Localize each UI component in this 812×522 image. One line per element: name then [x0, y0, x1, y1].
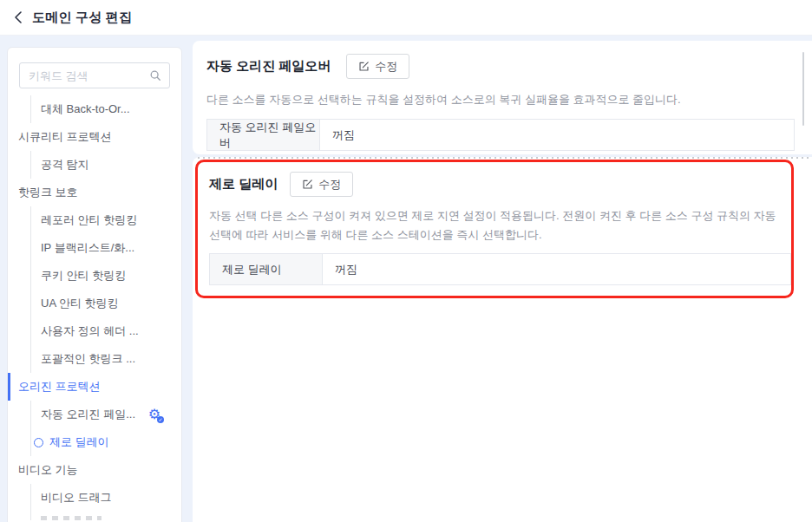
sidebar: 대체 Back-to-Or...시큐리티 프로텍션공격 탐지핫링크 보호레포러 … [7, 47, 182, 522]
page-title: 도메인 구성 편집 [32, 10, 132, 26]
sidebar-item-label: 대체 Back-to-Or... [41, 101, 130, 117]
keyword-search-box[interactable] [19, 62, 170, 88]
sidebar-item-label: 자동 오리진 페일... [41, 407, 135, 422]
sidebar-item-label: 공격 탐지 [41, 157, 89, 173]
back-chevron-icon [14, 11, 23, 23]
section-title: 제로 딜레이 [209, 176, 278, 192]
sidebar-item[interactable]: IP 블랙리스트/화... [30, 234, 181, 262]
highlight-box: 제로 딜레이 수정 자동 선택 다른 소스 구성이 켜져 있으면 제로 지연 설… [195, 160, 794, 298]
section-zero-delay-card: 제로 딜레이 수정 자동 선택 다른 소스 구성이 켜져 있으면 제로 지연 설… [193, 157, 812, 522]
config-key: 자동 오리진 페일오버 [207, 120, 320, 150]
sidebar-item[interactable]: 오리진 프로텍션 [8, 373, 181, 401]
gear-check-icon: ⚙✓ [148, 408, 160, 421]
sidebar-item-label: 포괄적인 핫링크 ... [41, 351, 135, 367]
sidebar-item-label: IP 블랙리스트/화... [41, 240, 134, 256]
config-table: 자동 오리진 페일오버 꺼짐 [206, 119, 795, 151]
sidebar-item[interactable]: 시큐리티 프로텍션 [8, 123, 181, 151]
search-icon[interactable] [149, 69, 161, 82]
sidebar-item[interactable]: 제로 딜레이 [30, 428, 181, 456]
sidebar-item-label: 비디오 드래그 [41, 490, 112, 506]
sidebar-item[interactable]: UA 안티 핫링킹 [30, 290, 181, 317]
section-description: 자동 선택 다른 소스 구성이 켜져 있으면 제로 지연 설정이 적용됩니다. … [209, 206, 777, 245]
sidebar-item[interactable]: 자동 오리진 페일...⚙✓ [30, 401, 181, 428]
sidebar-item-label: 시큐리티 프로텍션 [18, 129, 112, 145]
sidebar-item-label: 제로 딜레이 [49, 434, 109, 450]
sidebar-item[interactable]: 비디오 드래그 [30, 484, 181, 512]
config-table: 제로 딜레이 꺼짐 [209, 253, 791, 285]
edit-icon [302, 179, 313, 190]
search-input[interactable] [29, 69, 149, 82]
section-title-row: 제로 딜레이 수정 [209, 172, 791, 197]
sidebar-item[interactable]: 레포러 안티 핫링킹 [30, 206, 181, 234]
sidebar-item[interactable]: 비디오 기능 [8, 456, 181, 484]
sidebar-item[interactable]: 사용자 정의 헤더 ... [30, 317, 181, 345]
sidebar-item-label: 레포러 안티 핫링킹 [41, 212, 137, 228]
sidebar-item-label: 사용자 정의 헤더 ... [41, 323, 139, 339]
sidebar-item-label: UA 안티 핫링킹 [41, 296, 119, 311]
clipped-text-fragment [41, 516, 102, 520]
topbar: 도메인 구성 편집 [0, 0, 812, 36]
section-description: 다른 소스를 자동으로 선택하는 규칙을 설정하여 소스로의 복귀 실패율을 효… [206, 90, 795, 108]
sidebar-item-label: 쿠키 안티 핫링킹 [41, 268, 126, 284]
domain-config-screen: 도메인 구성 편집 대체 Back-to-Or...시큐리티 프로텍션공격 탐지… [0, 0, 812, 522]
sidebar-item[interactable]: 대체 Back-to-Or... [30, 95, 181, 123]
sidebar-item[interactable]: 쿠키 안티 핫링킹 [30, 262, 181, 290]
sidebar-item-label: 오리진 프로텍션 [18, 379, 101, 395]
edit-button-label: 수정 [375, 59, 397, 75]
sidebar-item[interactable]: 핫링크 보호 [8, 179, 181, 206]
sidebar-menu: 대체 Back-to-Or...시큐리티 프로텍션공격 탐지핫링크 보호레포러 … [8, 95, 181, 520]
edit-icon [358, 61, 370, 72]
section-title: 자동 오리진 페일오버 [206, 58, 331, 75]
config-value: 꺼짐 [320, 120, 794, 150]
check-badge-icon: ✓ [157, 416, 164, 423]
section-title-row: 자동 오리진 페일오버 수정 [206, 54, 812, 79]
sidebar-item[interactable]: 공격 탐지 [30, 151, 181, 179]
config-key: 제로 딜레이 [210, 254, 323, 284]
sidebar-item-label: 비디오 기능 [18, 462, 78, 478]
sidebar-item-label: 핫링크 보호 [18, 185, 78, 200]
edit-button[interactable]: 수정 [290, 172, 353, 197]
dashed-divider [198, 157, 810, 159]
radio-circle-icon [34, 438, 43, 447]
section-auto-origin-failover: 자동 오리진 페일오버 수정 다른 소스를 자동으로 선택하는 규칙을 설정하여… [193, 41, 812, 154]
clipped-sidebar-item[interactable] [30, 512, 181, 520]
config-value: 꺼짐 [323, 254, 790, 284]
scrollbar[interactable] [802, 52, 804, 126]
sidebar-item[interactable]: 포괄적인 핫링크 ... [30, 345, 181, 373]
back-button[interactable] [12, 10, 24, 25]
edit-button[interactable]: 수정 [346, 54, 409, 79]
edit-button-label: 수정 [318, 177, 341, 192]
